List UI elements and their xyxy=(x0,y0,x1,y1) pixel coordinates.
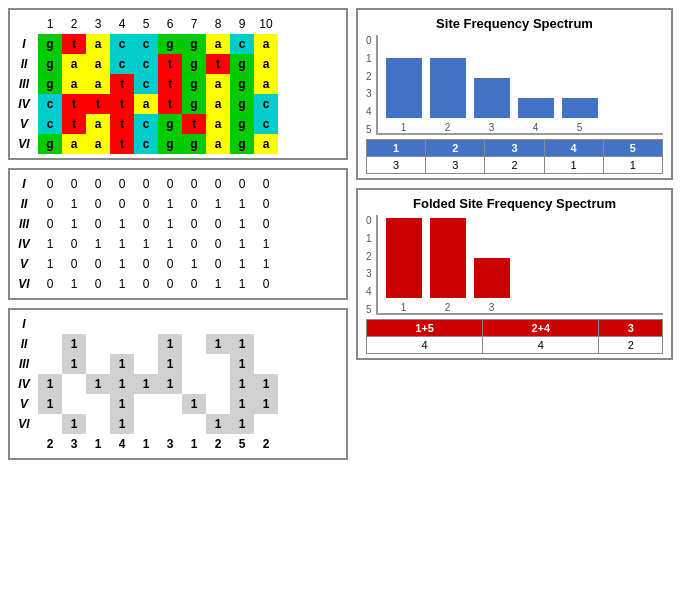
variant-footer-cell: 3 xyxy=(158,434,182,454)
binary-cell: 0 xyxy=(38,194,62,214)
variant-table: III1111III1111IV1111111V11111VI1111 2314… xyxy=(14,314,278,454)
dna-row: IIgaacctgtga xyxy=(14,54,278,74)
binary-cell: 1 xyxy=(206,274,230,294)
variant-cell xyxy=(230,314,254,334)
variant-cell xyxy=(182,354,206,374)
sfs-table-data-cell: 1 xyxy=(603,157,662,174)
dna-cell: a xyxy=(86,54,110,74)
binary-cell: 0 xyxy=(62,174,86,194)
dna-cell: c xyxy=(134,114,158,134)
dna-cell: t xyxy=(62,94,86,114)
variant-cell: 1 xyxy=(158,334,182,354)
variant-cell xyxy=(38,354,62,374)
variant-row-label-V: V xyxy=(14,394,38,414)
dna-row: IIIgaatctgaga xyxy=(14,74,278,94)
dna-cell: c xyxy=(254,94,278,114)
dna-cell: a xyxy=(134,94,158,114)
variant-row: VI1111 xyxy=(14,414,278,434)
binary-table-container: I0000000000II0100010110III0101010010IV10… xyxy=(8,168,348,300)
dna-cell: t xyxy=(62,34,86,54)
dna-cell: c xyxy=(134,74,158,94)
variant-cell xyxy=(158,314,182,334)
variant-footer-cell: 1 xyxy=(134,434,158,454)
dna-cell: g xyxy=(182,34,206,54)
dna-cell: a xyxy=(62,54,86,74)
dna-cell: g xyxy=(182,54,206,74)
sfs-bar xyxy=(518,98,554,118)
dna-row-label-V: V xyxy=(14,114,38,134)
binary-cell: 1 xyxy=(110,214,134,234)
dna-cell: t xyxy=(110,94,134,114)
dna-cell: t xyxy=(182,114,206,134)
sfs-y-axis: 543210 xyxy=(366,35,372,135)
variant-cell: 1 xyxy=(158,374,182,394)
dna-col-empty xyxy=(14,14,38,34)
binary-row-label-VI: VI xyxy=(14,274,38,294)
binary-cell: 0 xyxy=(110,174,134,194)
sfs-bar-group: 5 xyxy=(562,98,598,133)
dna-cell: a xyxy=(254,34,278,54)
dna-cell: g xyxy=(38,34,62,54)
dna-cell: g xyxy=(158,34,182,54)
variant-cell xyxy=(182,314,206,334)
binary-cell: 0 xyxy=(38,274,62,294)
dna-cell: g xyxy=(182,94,206,114)
binary-cell: 1 xyxy=(62,214,86,234)
dna-cell: g xyxy=(38,74,62,94)
dna-cell: g xyxy=(230,114,254,134)
binary-cell: 1 xyxy=(86,234,110,254)
sfs-y-label: 4 xyxy=(366,106,372,117)
binary-cell: 1 xyxy=(230,274,254,294)
dna-cell: a xyxy=(206,34,230,54)
folded-sfs-y-axis: 543210 xyxy=(366,215,372,315)
dna-cell: a xyxy=(254,134,278,154)
dna-col-header-9: 9 xyxy=(230,14,254,34)
dna-col-header-1: 1 xyxy=(38,14,62,34)
dna-col-header-8: 8 xyxy=(206,14,230,34)
variant-cell xyxy=(158,414,182,434)
sfs-y-label: 5 xyxy=(366,124,372,135)
binary-cell: 0 xyxy=(182,174,206,194)
variant-row: V11111 xyxy=(14,394,278,414)
binary-cell: 1 xyxy=(110,254,134,274)
dna-cell: a xyxy=(86,134,110,154)
folded-sfs-title: Folded Site Frequency Spectrum xyxy=(366,196,663,211)
dna-cell: a xyxy=(206,114,230,134)
sfs-data-row: 33211 xyxy=(367,157,663,174)
variant-cell: 1 xyxy=(110,374,134,394)
variant-cell: 1 xyxy=(62,354,86,374)
variant-table-container: III1111III1111IV1111111V11111VI1111 2314… xyxy=(8,308,348,460)
dna-cell: c xyxy=(38,114,62,134)
dna-col-header-2: 2 xyxy=(62,14,86,34)
sfs-bar-label: 4 xyxy=(533,122,539,133)
fsfs-legend-table: 1+52+43 442 xyxy=(366,319,663,354)
dna-cell: a xyxy=(86,34,110,54)
dna-body: IgtaccggacaIIgaacctgtgaIIIgaatctgagaIVct… xyxy=(14,34,278,154)
dna-cell: g xyxy=(38,54,62,74)
variant-row-label-II: II xyxy=(14,334,38,354)
dna-row-label-II: II xyxy=(14,54,38,74)
binary-cell: 1 xyxy=(158,234,182,254)
dna-row: VIgaatcggaga xyxy=(14,134,278,154)
dna-cell: a xyxy=(206,94,230,114)
variant-cell xyxy=(254,354,278,374)
sfs-header-row: 12345 xyxy=(367,140,663,157)
binary-cell: 0 xyxy=(206,254,230,274)
dna-cell: t xyxy=(158,74,182,94)
variant-cell xyxy=(206,354,230,374)
sfs-chart-container: Site Frequency Spectrum 543210 12345 123… xyxy=(356,8,673,180)
variant-cell xyxy=(38,414,62,434)
fsfs-table-header-cell: 2+4 xyxy=(483,320,599,337)
binary-cell: 0 xyxy=(134,194,158,214)
variant-cell xyxy=(110,314,134,334)
sfs-legend-table: 12345 33211 xyxy=(366,139,663,174)
binary-row: III0101010010 xyxy=(14,214,278,234)
folded-sfs-y-label: 4 xyxy=(366,286,372,297)
variant-cell: 1 xyxy=(230,354,254,374)
dna-cell: a xyxy=(206,74,230,94)
dna-col-header-5: 5 xyxy=(134,14,158,34)
dna-cell: c xyxy=(230,34,254,54)
binary-cell: 0 xyxy=(62,254,86,274)
variant-footer-cell: 2 xyxy=(254,434,278,454)
sfs-table-header-cell: 2 xyxy=(426,140,485,157)
